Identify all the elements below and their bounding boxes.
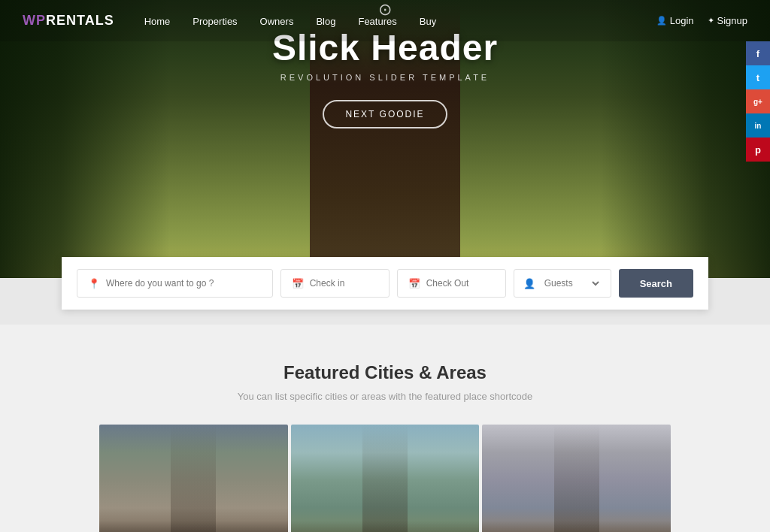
nav-link-properties[interactable]: Properties xyxy=(192,16,237,27)
location-icon: 📍 xyxy=(88,278,100,289)
plus-icon: ✦ xyxy=(708,16,714,26)
nav-links: HomePropertiesOwnersBlogFeaturesBuy xyxy=(144,14,656,28)
nav-link-blog[interactable]: Blog xyxy=(316,16,335,27)
featured-title: Featured Cities & Areas xyxy=(15,362,755,383)
guests-select[interactable]: Guests1 Guest2 Guests3 Guests4+ Guests xyxy=(541,277,602,289)
logo-rentals: RENTALS xyxy=(46,13,114,28)
login-link[interactable]: 👤 Login xyxy=(656,15,694,26)
twitter-button[interactable]: t xyxy=(746,65,770,89)
checkout-calendar-icon: 📅 xyxy=(408,278,420,289)
city-grid: Glover ParkCity that Never SleepsBostonN… xyxy=(99,425,671,532)
checkin-calendar-icon: 📅 xyxy=(292,278,304,289)
social-sidebar: f t g+ in p xyxy=(746,41,770,162)
search-button[interactable]: Search xyxy=(619,269,693,298)
featured-section: Featured Cities & Areas You can list spe… xyxy=(0,325,770,532)
city-card-boston[interactable]: BostonNickel Chasers xyxy=(291,425,480,532)
search-bar: 📍 📅 📅 👤 Guests1 Guest2 Guests3 Guests4+ … xyxy=(62,257,708,310)
checkout-input[interactable] xyxy=(426,278,495,289)
city-card-philadelphia[interactable]: PhiladelphiaCity that Never Sleeps xyxy=(482,425,671,532)
location-field[interactable]: 📍 xyxy=(77,269,273,298)
location-input[interactable] xyxy=(106,278,262,289)
checkin-input[interactable] xyxy=(310,278,378,289)
guests-field[interactable]: 👤 Guests1 Guest2 Guests3 Guests4+ Guests xyxy=(514,269,611,298)
logo[interactable]: WPRENTALS xyxy=(23,13,114,29)
google-plus-button[interactable]: g+ xyxy=(746,89,770,113)
facebook-button[interactable]: f xyxy=(746,41,770,65)
user-icon: 👤 xyxy=(656,16,667,26)
hero-section: ⊙ Slick Header REVOLUTION SLIDER TEMPLAT… xyxy=(0,0,770,278)
main-nav: WPRENTALS HomePropertiesOwnersBlogFeatur… xyxy=(0,0,770,41)
nav-auth: 👤 Login ✦ Signup xyxy=(656,15,747,26)
nav-link-home[interactable]: Home xyxy=(144,16,171,27)
featured-subtitle: You can list specific cities or areas wi… xyxy=(15,391,755,402)
guests-icon: 👤 xyxy=(523,278,535,289)
linkedin-button[interactable]: in xyxy=(746,113,770,138)
logo-wp: WP xyxy=(23,13,46,28)
nav-link-owners[interactable]: Owners xyxy=(260,16,294,27)
next-goodie-button[interactable]: NEXT GOODIE xyxy=(323,100,447,128)
pinterest-button[interactable]: p xyxy=(746,138,770,162)
signup-link[interactable]: ✦ Signup xyxy=(708,15,747,26)
nav-link-features[interactable]: Features xyxy=(358,16,396,27)
checkin-field[interactable]: 📅 xyxy=(280,269,390,298)
checkout-field[interactable]: 📅 xyxy=(397,269,506,298)
city-card-glover-park[interactable]: Glover ParkCity that Never Sleeps xyxy=(99,425,288,532)
hero-subtitle: REVOLUTION SLIDER TEMPLATE xyxy=(0,73,770,82)
nav-link-buy[interactable]: Buy xyxy=(420,16,436,27)
